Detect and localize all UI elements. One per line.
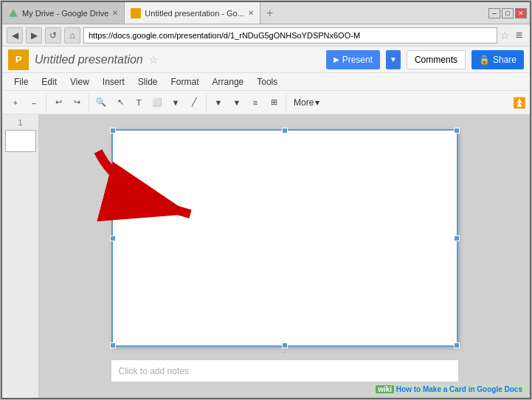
fill-color-button[interactable]: ▼: [210, 94, 227, 111]
slide-thumbnail-1[interactable]: [5, 130, 36, 152]
handle-bottom-right[interactable]: [454, 342, 460, 348]
present-play-icon: ▶: [334, 55, 339, 63]
close-button[interactable]: ✕: [515, 8, 527, 18]
resize-handle-dots[interactable]: ···: [111, 348, 458, 356]
redo-button[interactable]: ↪: [68, 94, 86, 111]
toolbar: + – ↩ ↪ 🔍 ↖ T ⬜ ▼ ╱ ▼ ▼ ≡ ⊞ More ▾ ⏫: [2, 91, 530, 114]
app-header: P Untitled presentation ☆ ▶ Present ▼ Co…: [2, 46, 530, 73]
handle-bottom-left[interactable]: [110, 342, 116, 348]
present-label: Present: [342, 55, 373, 65]
tab-drive-close[interactable]: ✕: [112, 9, 118, 17]
slide-number-1: 1: [18, 119, 23, 127]
comments-button[interactable]: Comments: [407, 50, 466, 69]
notes-area[interactable]: Click to add notes: [111, 359, 458, 382]
editor-area[interactable]: ··· Click to add notes wiki How to Make …: [39, 114, 530, 398]
drive-tab-icon: [8, 8, 18, 18]
back-button[interactable]: ◀: [7, 27, 23, 44]
zoom-out-button[interactable]: –: [25, 94, 43, 111]
menu-format[interactable]: Format: [165, 75, 205, 89]
share-label: Share: [493, 55, 517, 65]
watermark-wiki: wiki: [376, 385, 394, 393]
forward-button[interactable]: ▶: [26, 27, 42, 44]
zoom-in-button[interactable]: +: [7, 94, 24, 111]
slides-tab-icon: [131, 8, 141, 18]
watermark: wiki How to Make a Card in Google Docs: [371, 384, 527, 395]
title-bar: My Drive - Google Drive ✕ Untitled prese…: [2, 2, 530, 24]
menu-edit[interactable]: Edit: [35, 75, 63, 89]
menu-arrange[interactable]: Arrange: [207, 75, 250, 89]
format-group: ▼ ▼ ≡ ⊞: [210, 94, 286, 111]
present-dropdown-button[interactable]: ▼: [386, 50, 401, 69]
menu-tools[interactable]: Tools: [251, 75, 283, 89]
handle-middle-left[interactable]: [110, 235, 116, 241]
lock-icon: 🔒: [479, 55, 490, 65]
notes-placeholder: Click to add notes: [119, 366, 189, 376]
tab-slides-close[interactable]: ✕: [248, 9, 254, 17]
align-button[interactable]: ≡: [246, 94, 264, 111]
watermark-text: How to Make a Card in Google Docs: [396, 385, 522, 393]
history-group: ↩ ↪: [49, 94, 89, 111]
new-tab-button[interactable]: +: [260, 7, 279, 20]
logo-letter: P: [15, 54, 22, 65]
browser-window: My Drive - Google Drive ✕ Untitled prese…: [1, 1, 531, 399]
tab-drive[interactable]: My Drive - Google Drive ✕: [2, 2, 125, 24]
zoom-group: + –: [7, 94, 46, 111]
app-logo: P: [8, 49, 29, 70]
menu-slide[interactable]: Slide: [132, 75, 164, 89]
window-controls: – □ ✕: [488, 2, 530, 24]
tab-slides-label: Untitled presentation - Go...: [145, 9, 244, 18]
menu-bar: File Edit View Insert Slide Format Arran…: [2, 73, 530, 91]
menu-insert[interactable]: Insert: [97, 75, 131, 89]
maximize-button[interactable]: □: [502, 8, 514, 18]
handle-top-center[interactable]: [282, 128, 288, 134]
present-button[interactable]: ▶ Present: [326, 50, 380, 69]
text-tool-button[interactable]: T: [130, 94, 148, 111]
collapse-toolbar-button[interactable]: ⏫: [513, 97, 525, 108]
cursor-tool-button[interactable]: ↖: [111, 94, 129, 111]
undo-button[interactable]: ↩: [49, 94, 67, 111]
address-bar: ◀ ▶ ↺ ⌂ ☆ ≡: [2, 24, 530, 46]
reload-button[interactable]: ↺: [45, 27, 61, 44]
share-button[interactable]: 🔒 Share: [471, 50, 524, 69]
document-title[interactable]: Untitled presentation: [35, 53, 143, 66]
handle-bottom-center[interactable]: [282, 342, 288, 348]
menu-file[interactable]: File: [8, 75, 34, 89]
tab-slides[interactable]: Untitled presentation - Go... ✕: [125, 2, 260, 24]
more-label: More: [294, 97, 314, 108]
image-tool-button[interactable]: ⬜: [148, 94, 166, 111]
handle-middle-right[interactable]: [454, 235, 460, 241]
browser-menu-icon[interactable]: ≡: [513, 29, 525, 42]
slide-canvas[interactable]: [111, 129, 458, 347]
url-input[interactable]: [83, 27, 497, 44]
minimize-button[interactable]: –: [488, 8, 500, 18]
zoom-button[interactable]: 🔍: [92, 94, 110, 111]
svg-marker-0: [9, 9, 18, 17]
more-dropdown-icon: ▾: [315, 97, 319, 108]
more-button[interactable]: More ▾: [289, 96, 324, 109]
home-button[interactable]: ⌂: [64, 27, 80, 44]
shape-tool-button[interactable]: ▼: [167, 94, 184, 111]
tab-drive-label: My Drive - Google Drive: [22, 9, 108, 18]
tools-group: ↖ T ⬜ ▼ ╱: [111, 94, 207, 111]
line-tool-button[interactable]: ╱: [185, 94, 203, 111]
handle-top-left[interactable]: [110, 128, 116, 134]
main-area: 1: [2, 114, 530, 398]
handle-top-right[interactable]: [454, 128, 460, 134]
slide-panel: 1: [2, 114, 39, 398]
menu-view[interactable]: View: [64, 75, 95, 89]
favorite-icon[interactable]: ☆: [149, 54, 159, 66]
bookmark-icon[interactable]: ☆: [500, 30, 510, 41]
grid-button[interactable]: ⊞: [265, 94, 283, 111]
border-color-button[interactable]: ▼: [228, 94, 246, 111]
